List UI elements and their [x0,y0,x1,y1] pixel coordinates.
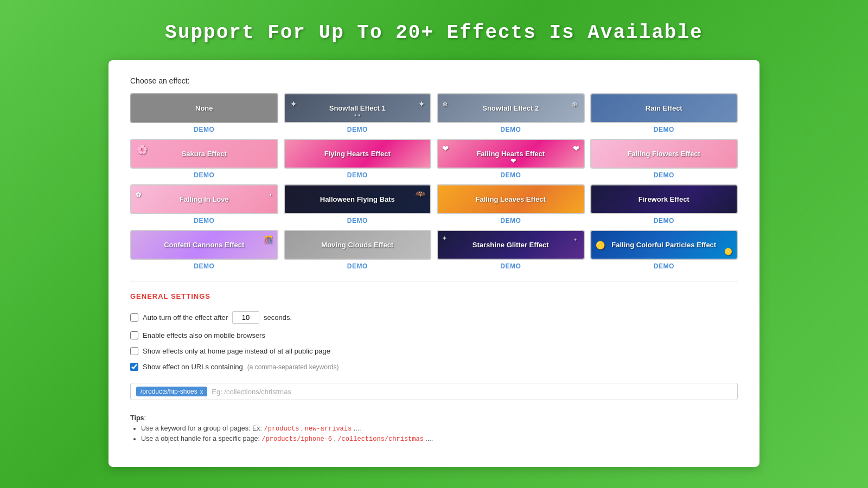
general-settings-title: GENERAL SETTINGS [130,292,738,300]
url-placeholder: Eg: /collections/christmas [212,388,291,396]
url-label: Show effect on URLs containing [143,363,243,371]
demo-link-starshine[interactable]: DEMO [500,262,521,270]
effect-cell-sakura: 🌸 Sakura Effect DEMO [130,139,278,179]
mobile-row: Enable effects also on mobile browsers [130,331,738,339]
effect-cell-falling-flowers: Falling Flowers Effect DEMO [590,139,738,179]
effect-btn-snowfall1[interactable]: ✦ Snowfall Effect 1 ✦ ● ● [284,93,432,123]
demo-link-firework[interactable]: DEMO [654,217,674,224]
effect-btn-falling-flowers[interactable]: Falling Flowers Effect [590,139,738,169]
effect-cell-starshine: ✦ Starshine Glitter Effect ✦ DEMO [437,230,585,270]
effect-cell-halloween: 🦇 Halloween Flying Bats DEMO [284,184,432,224]
url-row: Show effect on URLs containing (a comma-… [130,363,738,371]
effect-btn-falling-colorful[interactable]: 🟡 Falling Colorful Particles Effect 🟡 [590,230,738,260]
demo-link-falling-hearts[interactable]: DEMO [500,171,521,179]
tips-section: Tips: Use a keyword for a group of pages… [130,414,738,445]
demo-link-rain[interactable]: DEMO [654,126,674,133]
effect-btn-falling-hearts[interactable]: ❤ Falling Hearts Effect ❤ ❤ [437,139,585,169]
tips-item-1: Use a object handle for a specific page:… [141,435,738,443]
demo-link-flying-hearts[interactable]: DEMO [347,171,368,179]
homepage-checkbox[interactable] [130,347,138,355]
url-sublabel: (a comma-separated keywords) [247,363,339,371]
effect-btn-falling-leaves[interactable]: Falling Leaves Effect [437,184,585,214]
demo-link-none[interactable]: DEMO [194,126,214,133]
effect-btn-rain[interactable]: Rain Effect [590,93,738,123]
effect-cell-none: None DEMO [130,93,278,133]
sparkle-right: ✦ [418,100,425,108]
url-tag-close[interactable]: x [200,388,203,395]
effects-grid: None DEMO ✦ Snowfall Effect 1 ✦ ● ● DEMO… [130,93,738,270]
url-checkbox[interactable] [130,363,138,371]
effect-cell-firework: Firework Effect DEMO [590,184,738,224]
main-panel: Choose an effect: None DEMO ✦ Snowfall E… [108,60,760,467]
demo-link-snowfall1[interactable]: DEMO [347,126,368,133]
effect-btn-firework[interactable]: Firework Effect [590,184,738,214]
settings-list: Auto turn off the effect after seconds. … [130,311,738,445]
homepage-row: Show effects only at home page instead o… [130,347,738,355]
url-input-area[interactable]: /products/hip-shoes x Eg: /collections/c… [130,383,738,400]
effect-btn-falling-in-love[interactable]: ✿ Falling In Love • [130,184,278,214]
effect-btn-confetti[interactable]: Confetti Cannons Effect 🎊 [130,230,278,260]
effect-btn-snowfall2[interactable]: ❄ Snowfall Effect 2 ❄ [437,93,585,123]
tips-item-0: Use a keyword for a group of pages: Ex: … [141,425,738,433]
homepage-label: Show effects only at home page instead o… [143,347,330,355]
effect-cell-falling-leaves: Falling Leaves Effect DEMO [437,184,585,224]
effect-btn-halloween[interactable]: 🦇 Halloween Flying Bats [284,184,432,214]
tips-list: Use a keyword for a group of pages: Ex: … [141,425,738,443]
effect-cell-falling-in-love: ✿ Falling In Love • DEMO [130,184,278,224]
effect-cell-falling-hearts: ❤ Falling Hearts Effect ❤ ❤ DEMO [437,139,585,179]
effect-btn-sakura[interactable]: 🌸 Sakura Effect [130,139,278,169]
seconds-input[interactable] [232,311,259,324]
effect-cell-confetti: Confetti Cannons Effect 🎊 DEMO [130,230,278,270]
effect-btn-starshine[interactable]: ✦ Starshine Glitter Effect ✦ [437,230,585,260]
effect-btn-none[interactable]: None [130,93,278,123]
auto-turnoff-row: Auto turn off the effect after seconds. [130,311,738,324]
demo-link-moving-clouds[interactable]: DEMO [347,262,368,270]
seconds-suffix: seconds. [264,313,292,322]
effect-cell-snowfall2: ❄ Snowfall Effect 2 ❄ DEMO [437,93,585,133]
demo-link-falling-in-love[interactable]: DEMO [194,217,214,224]
effect-cell-moving-clouds: Moving Clouds Effect DEMO [284,230,432,270]
effect-btn-moving-clouds[interactable]: Moving Clouds Effect [284,230,432,260]
page-title: Support For Up To 20+ Effects Is Availab… [11,22,857,44]
tips-title: Tips [130,414,144,422]
demo-link-sakura[interactable]: DEMO [194,171,214,179]
demo-link-halloween[interactable]: DEMO [347,217,368,224]
effect-cell-rain: Rain Effect DEMO [590,93,738,133]
effect-cell-falling-colorful: 🟡 Falling Colorful Particles Effect 🟡 DE… [590,230,738,270]
demo-link-confetti[interactable]: DEMO [194,262,214,270]
choose-label: Choose an effect: [130,76,738,85]
mobile-label: Enable effects also on mobile browsers [143,331,265,339]
mobile-checkbox[interactable] [130,331,138,339]
sparkle-left: ✦ [290,100,297,108]
demo-link-falling-leaves[interactable]: DEMO [500,217,521,224]
url-tag: /products/hip-shoes x [136,387,207,396]
effect-btn-flying-hearts[interactable]: Flying Hearts Effect [284,139,432,169]
demo-link-snowfall2[interactable]: DEMO [500,126,521,133]
auto-turnoff-label: Auto turn off the effect after [143,313,228,322]
auto-turnoff-checkbox[interactable] [130,313,138,322]
section-divider [130,281,738,281]
demo-link-falling-flowers[interactable]: DEMO [654,171,674,179]
effect-cell-snowfall1: ✦ Snowfall Effect 1 ✦ ● ● DEMO [284,93,432,133]
demo-link-falling-colorful[interactable]: DEMO [654,262,674,270]
effect-cell-flying-hearts: Flying Hearts Effect DEMO [284,139,432,179]
